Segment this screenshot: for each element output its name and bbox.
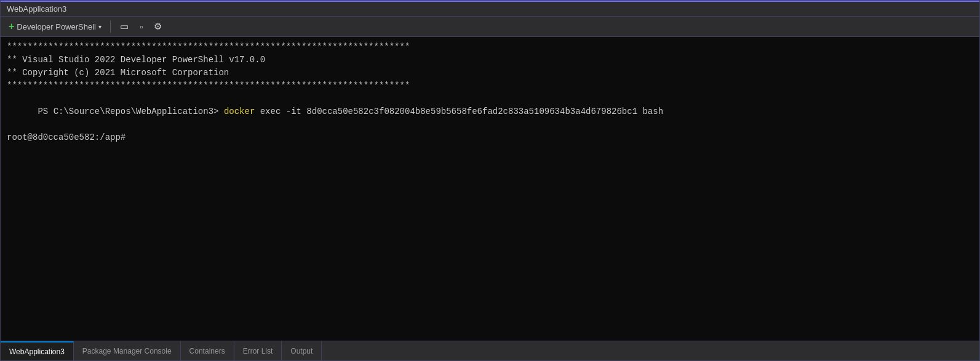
toolbar: + Developer PowerShell ▾ ▭ ▫ ⚙ (1, 17, 979, 37)
terminal-output[interactable]: ****************************************… (1, 37, 979, 341)
terminal-type-label: Developer PowerShell (17, 22, 96, 31)
prompt-path: PS C:\Source\Repos\WebApplication3> (38, 107, 218, 116)
tab-error-list-label: Error List (243, 347, 273, 355)
terminal-root-line: root@8d0cca50e582:/app# (7, 131, 973, 144)
flag-it: -it (286, 107, 301, 116)
settings-button[interactable]: ⚙ (150, 19, 165, 34)
window-title: WebApplication3 (7, 4, 66, 14)
paste-terminal-button[interactable]: ▫ (136, 20, 146, 34)
tab-error-list[interactable]: Error List (234, 341, 282, 360)
container-hash: 8d0cca50e582c3f082004b8e59b5658fe6fad2c8… (301, 107, 637, 116)
settings-icon: ⚙ (154, 21, 162, 31)
paste-terminal-icon: ▫ (140, 22, 143, 32)
terminal-command-line: PS C:\Source\Repos\WebApplication3> dock… (7, 92, 973, 131)
toolbar-separator (110, 20, 111, 33)
copy-terminal-icon: ▭ (120, 21, 129, 31)
terminal-info-2: ** Copyright (c) 2021 Microsoft Corporat… (7, 67, 973, 79)
tab-containers[interactable]: Containers (181, 341, 234, 360)
bash-cmd: bash (637, 107, 663, 116)
tab-webapplication3-label: WebApplication3 (9, 347, 65, 356)
terminal-stars-2: ****************************************… (7, 79, 973, 92)
title-bar: WebApplication3 (1, 2, 979, 17)
exec-subcommand: exec (255, 107, 285, 116)
status-bar: WebApplication3 Package Manager Console … (1, 341, 979, 360)
tab-output-label: Output (290, 347, 313, 355)
new-terminal-dropdown[interactable]: + Developer PowerShell ▾ (6, 19, 105, 34)
docker-command: docker (224, 107, 255, 116)
terminal-window: WebApplication3 + Developer PowerShell ▾… (0, 0, 980, 361)
tab-containers-label: Containers (189, 347, 225, 355)
tab-webapplication3[interactable]: WebApplication3 (1, 341, 74, 360)
dropdown-arrow-icon: ▾ (98, 23, 102, 30)
tab-package-manager-console-label: Package Manager Console (82, 347, 172, 355)
tab-output[interactable]: Output (282, 341, 322, 360)
terminal-info-1: ** Visual Studio 2022 Developer PowerShe… (7, 54, 973, 67)
copy-terminal-button[interactable]: ▭ (116, 19, 132, 34)
plus-icon: + (9, 21, 14, 32)
terminal-stars-1: ****************************************… (7, 41, 973, 54)
prompt-space (218, 107, 223, 116)
tab-package-manager-console[interactable]: Package Manager Console (74, 341, 181, 360)
